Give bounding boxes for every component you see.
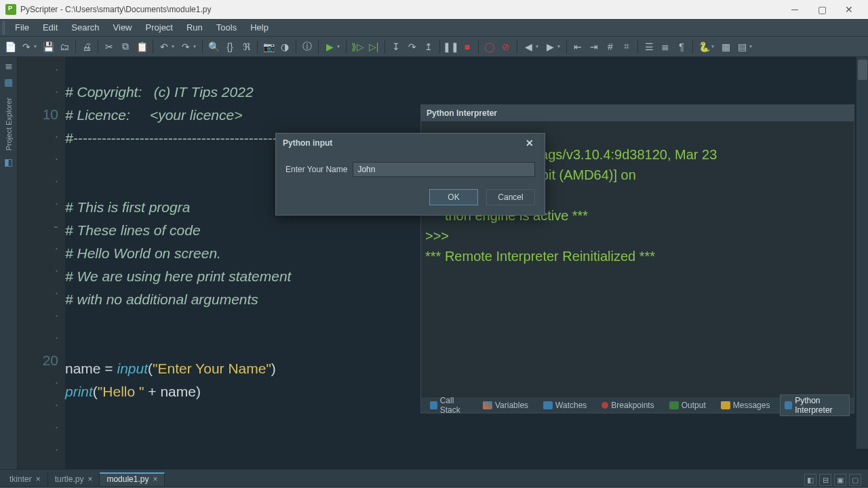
cut-icon[interactable]: ✂ — [102, 39, 117, 54]
tab-breakpoints[interactable]: Breakpoints — [597, 399, 658, 411]
app-icon — [5, 4, 16, 15]
indent-icon[interactable]: ⇥ — [587, 39, 601, 54]
toolbar: 📄 ↷▾ 💾 🗂 🖨 ✂ ⧉ 📋 ↶▾ ↷▾ 🔍 {} ℜ 📷 ◑ ⓘ ▶▾ ⟫… — [0, 37, 868, 57]
clear-bp-icon[interactable]: ⊘ — [498, 39, 513, 54]
tab-messages[interactable]: Messages — [716, 399, 775, 411]
layout2-icon[interactable]: ▤ — [734, 39, 749, 54]
cancel-button[interactable]: Cancel — [486, 189, 535, 205]
nav-fwd-icon[interactable]: ▶ — [542, 39, 557, 54]
save-all-icon[interactable]: 🗂 — [57, 39, 72, 54]
interpreter-title[interactable]: Python Interpreter — [421, 105, 854, 121]
dialog-close-icon[interactable]: ✕ — [521, 135, 538, 151]
tab-python-interpreter[interactable]: Python Interpreter — [780, 394, 850, 416]
python-icon — [785, 401, 792, 409]
python-icon[interactable]: 🐍 — [696, 39, 711, 54]
outdent-icon[interactable]: ⇤ — [570, 39, 585, 54]
para-icon[interactable]: ¶ — [674, 39, 689, 54]
interpreter-tabs: Call Stack Variables Watches Breakpoints… — [421, 396, 854, 413]
list-icon[interactable]: ☰ — [642, 39, 656, 54]
refactor-icon[interactable]: ℜ — [239, 39, 254, 54]
tab-variables[interactable]: Variables — [478, 399, 533, 411]
layout-icon[interactable]: ▦ — [718, 39, 733, 54]
project-explorer-tab[interactable]: Project Explorer — [5, 96, 13, 152]
search-icon[interactable]: 🔍 — [206, 39, 221, 54]
list2-icon[interactable]: ≣ — [658, 39, 673, 54]
editor-tabs: tkinter× turtle.py× module1.py× ◧ ⊟ ▣ ▢ — [0, 469, 868, 487]
scrollbar-thumb[interactable] — [858, 60, 867, 80]
run-to-cursor-icon[interactable]: ▷| — [366, 39, 381, 54]
grip-icon — [3, 21, 5, 35]
copy-icon[interactable]: ⧉ — [118, 39, 133, 54]
print-icon[interactable]: 🖨 — [79, 39, 94, 54]
step-out-icon[interactable]: ↥ — [421, 39, 436, 54]
uncomment-icon[interactable]: ⌗ — [619, 39, 634, 54]
bracket-icon[interactable]: {} — [222, 39, 237, 54]
close-icon[interactable]: × — [153, 474, 157, 484]
tab-tkinter[interactable]: tkinter× — [3, 472, 48, 486]
menu-run[interactable]: Run — [180, 21, 210, 34]
debug-icon[interactable]: ⟫▷ — [350, 39, 365, 54]
maximize-button[interactable]: ▢ — [808, 0, 835, 19]
pause-icon[interactable]: ❚❚ — [443, 39, 458, 54]
save-icon[interactable]: 💾 — [41, 39, 56, 54]
menu-search[interactable]: Search — [64, 21, 106, 34]
close-button[interactable]: ✕ — [835, 0, 863, 19]
dialog-title: Python input — [283, 138, 332, 148]
split-v-icon[interactable]: ⊟ — [819, 474, 831, 486]
split-h-icon[interactable]: ◧ — [804, 474, 816, 486]
open-icon[interactable]: ↷ — [19, 39, 34, 54]
stop-icon[interactable]: ■ — [460, 39, 475, 54]
new-file-icon[interactable]: 📄 — [3, 39, 18, 54]
menubar: File Edit Search View Project Run Tools … — [0, 19, 868, 37]
tab-module1[interactable]: module1.py× — [100, 472, 165, 486]
tab-output[interactable]: Output — [665, 399, 711, 411]
layout4-icon[interactable]: ▢ — [849, 474, 861, 486]
close-icon[interactable]: × — [36, 474, 41, 484]
camera-icon[interactable]: 📷 — [261, 39, 276, 54]
minimize-button[interactable]: ─ — [781, 0, 808, 19]
sidebar: ≣ ▦ Project Explorer ◧ — [0, 57, 18, 469]
sidebar-item-tool2[interactable]: ▦ — [3, 76, 15, 88]
info-icon[interactable]: ⓘ — [300, 39, 315, 54]
breakpoint-icon[interactable]: ◯ — [482, 39, 497, 54]
menu-project[interactable]: Project — [139, 21, 180, 34]
comment-icon[interactable]: # — [603, 39, 618, 54]
sidebar-item-tool3[interactable]: ◧ — [3, 156, 15, 168]
redo-icon[interactable]: ↷ — [178, 39, 193, 54]
python-input-dialog: Python input ✕ Enter Your Name OK Cancel — [275, 133, 545, 216]
titlebar: PyScripter - C:\Users\smarty\Documents\m… — [0, 0, 868, 19]
dialog-input[interactable] — [353, 162, 535, 177]
dialog-label: Enter Your Name — [285, 165, 347, 174]
sidebar-item-tool1[interactable]: ≣ — [3, 60, 15, 72]
ok-button[interactable]: OK — [429, 189, 478, 205]
undo-icon[interactable]: ↶ — [157, 39, 172, 54]
tab-turtle[interactable]: turtle.py× — [48, 472, 100, 486]
close-icon[interactable]: × — [87, 474, 92, 484]
toggle-icon[interactable]: ◑ — [277, 39, 292, 54]
nav-back-icon[interactable]: ◀ — [521, 39, 536, 54]
menu-tools[interactable]: Tools — [210, 21, 243, 34]
window-title: PyScripter - C:\Users\smarty\Documents\m… — [20, 5, 211, 14]
tab-watches[interactable]: Watches — [538, 399, 591, 411]
menu-view[interactable]: View — [106, 21, 139, 34]
layout3-icon[interactable]: ▣ — [834, 474, 846, 486]
menu-help[interactable]: Help — [243, 21, 275, 34]
run-icon[interactable]: ▶ — [322, 39, 337, 54]
menu-edit[interactable]: Edit — [36, 21, 64, 34]
tab-call-stack[interactable]: Call Stack — [425, 394, 473, 416]
gutter: · · 10 · · · · - · · · · · 20 · · · · — [18, 57, 65, 469]
step-over-icon[interactable]: ↷ — [405, 39, 420, 54]
menu-file[interactable]: File — [8, 21, 36, 34]
paste-icon[interactable]: 📋 — [134, 39, 149, 54]
step-into-icon[interactable]: ↧ — [389, 39, 403, 54]
editor-scrollbar[interactable] — [856, 57, 868, 449]
